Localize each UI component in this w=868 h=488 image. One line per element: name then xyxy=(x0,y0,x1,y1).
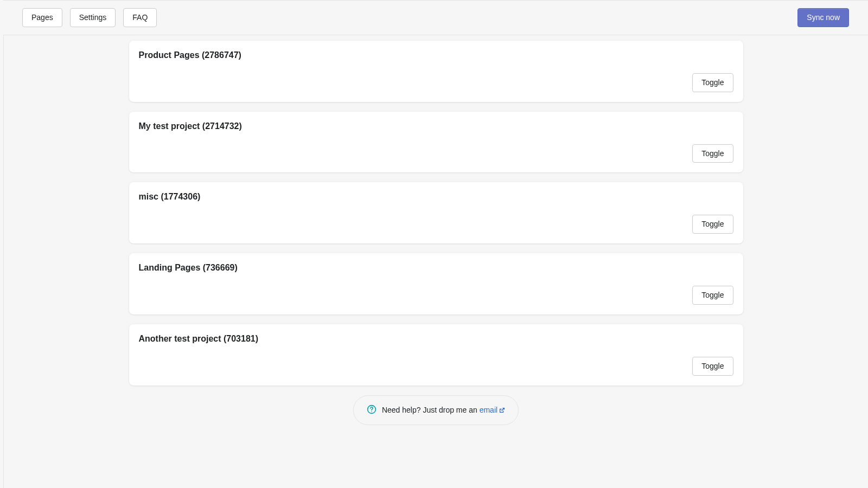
project-actions: Toggle xyxy=(139,357,733,376)
question-circle-icon xyxy=(367,404,376,416)
project-card: misc (1774306) Toggle xyxy=(129,182,743,243)
faq-button[interactable]: FAQ xyxy=(123,8,157,27)
project-card: Product Pages (2786747) Toggle xyxy=(129,41,743,102)
project-title: Landing Pages (736669) xyxy=(139,263,733,273)
project-card: My test project (2714732) Toggle xyxy=(129,112,743,173)
help-text: Need help? Just drop me an email xyxy=(382,406,505,414)
help-link-label: email xyxy=(480,406,497,414)
project-title: My test project (2714732) xyxy=(139,121,733,131)
topbar-left: Pages Settings FAQ xyxy=(22,8,157,27)
project-title: Another test project (703181) xyxy=(139,334,733,344)
svg-point-1 xyxy=(371,411,372,412)
toggle-button[interactable]: Toggle xyxy=(692,286,733,305)
toggle-button[interactable]: Toggle xyxy=(692,144,733,163)
project-actions: Toggle xyxy=(139,286,733,305)
project-card: Landing Pages (736669) Toggle xyxy=(129,253,743,314)
settings-button[interactable]: Settings xyxy=(70,8,116,27)
pages-button[interactable]: Pages xyxy=(22,8,62,27)
sync-now-button[interactable]: Sync now xyxy=(797,8,849,27)
project-list: Product Pages (2786747) Toggle My test p… xyxy=(120,41,752,386)
project-card: Another test project (703181) Toggle xyxy=(129,324,743,386)
project-actions: Toggle xyxy=(139,73,733,92)
help-email-link[interactable]: email xyxy=(480,406,505,414)
toggle-button[interactable]: Toggle xyxy=(692,357,733,376)
project-title: misc (1774306) xyxy=(139,192,733,202)
toggle-button[interactable]: Toggle xyxy=(692,73,733,92)
help-pill: Need help? Just drop me an email xyxy=(353,395,519,425)
project-actions: Toggle xyxy=(139,144,733,163)
external-link-icon xyxy=(497,406,505,414)
project-title: Product Pages (2786747) xyxy=(139,50,733,60)
toggle-button[interactable]: Toggle xyxy=(692,215,733,234)
help-text-prefix: Need help? Just drop me an xyxy=(382,406,480,414)
content-wrap: Product Pages (2786747) Toggle My test p… xyxy=(3,35,868,488)
topbar: Pages Settings FAQ Sync now xyxy=(3,0,868,35)
project-actions: Toggle xyxy=(139,215,733,234)
